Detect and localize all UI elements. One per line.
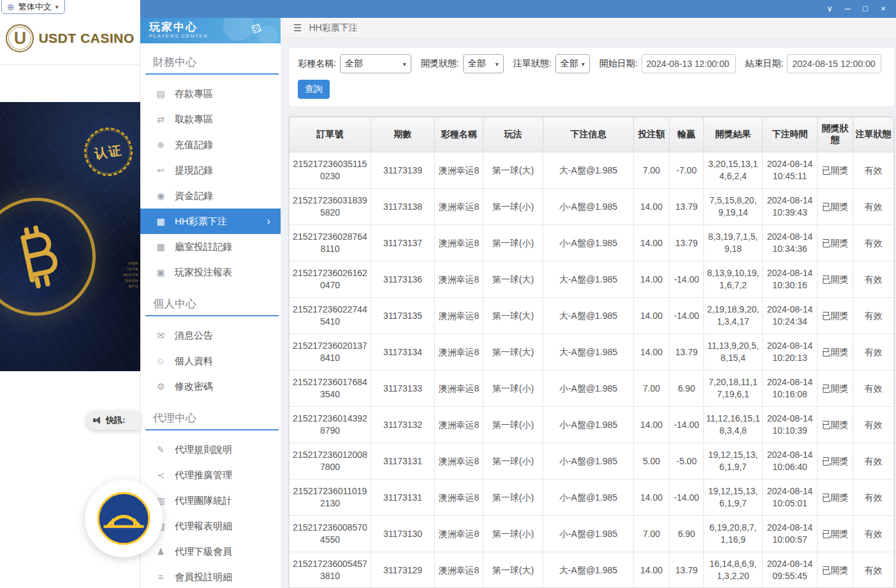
end-date-label: 結束日期: [745, 58, 784, 70]
window-menu-chevron-icon[interactable]: ∨ [821, 0, 839, 18]
cell-result: 11,13,9,20,5,8,15,4 [704, 334, 763, 371]
sidebar-item-member-bet-detail[interactable]: ≡會員投註明細 [140, 564, 281, 588]
sidebar-item-agent-sub-members[interactable]: ♟代理下級會員 [140, 539, 281, 564]
sidebar-item-label: 存款專區 [175, 88, 213, 100]
hero-ticker-word: MIOTA [123, 273, 138, 277]
cell-bet_time: 2024-08-14 10:30:16 [763, 261, 818, 298]
cell-period: 31173133 [371, 371, 435, 407]
cell-result: 7,5,15,8,20,9,19,14 [704, 189, 763, 225]
sidebar-item-withdraw-records[interactable]: ↩提現記錄 [140, 158, 281, 183]
usdt-logo-mark: U [6, 24, 34, 52]
divider [0, 64, 140, 65]
window-maximize-icon[interactable]: □ [856, 0, 874, 18]
cell-result: 2,19,18,9,20,1,3,4,17 [704, 298, 763, 334]
order-status-select[interactable]: 全部 ▾ [555, 54, 590, 73]
sidebar-item-recharge-records[interactable]: ⊕充值記錄 [140, 132, 281, 158]
cell-order_no: 2152172360227445410 [290, 298, 371, 334]
hero-ticker-word: BTC [123, 284, 138, 288]
table-row: 215217236008570455031173130澳洲幸运8第一球(小)小-… [290, 516, 894, 552]
cell-win_loss: 13.79 [670, 334, 704, 371]
sidebar-item-deposit-zone[interactable]: ▤存款專區 [140, 81, 281, 107]
cell-play: 第一球(小) [483, 225, 543, 261]
cell-play: 第一球(大) [483, 261, 543, 298]
bitcoin-hero-banner: 认证 XMRIOTAMIOTADASHBTC [0, 102, 140, 371]
cell-play: 第一球(大) [483, 552, 543, 588]
share-icon: ≺ [156, 470, 166, 480]
cell-bet_time: 2024-08-14 09:55:45 [763, 552, 818, 588]
start-date-label: 開始日期: [599, 58, 638, 70]
checklist-icon: ▩ [156, 242, 166, 252]
end-date-input[interactable] [787, 54, 881, 73]
sidebar-item-withdraw-zone[interactable]: ⇄取款專區 [140, 107, 281, 132]
order-status-label: 注單狀態: [513, 58, 552, 70]
language-label: 繁体中文 [18, 1, 52, 13]
sidebar-item-fund-records[interactable]: ◉資金記錄 [140, 183, 281, 209]
order-status-value: 全部 [561, 58, 578, 70]
speaker-icon [93, 416, 101, 424]
report-icon: ▣ [156, 267, 166, 277]
lottery-name-select[interactable]: 全部 ▾ [340, 54, 411, 73]
draw-status-select[interactable]: 全部 ▾ [463, 54, 504, 73]
sidebar-item-label: 代理報表明細 [175, 520, 232, 533]
cell-play: 第一球(小) [483, 443, 543, 480]
brand-name: USDT CASINO [38, 31, 134, 46]
sidebar-item-player-bet-report[interactable]: ▣玩家投注報表 [140, 260, 281, 285]
table-header-row: 訂單號期數彩種名稱玩法下注信息投注額輸贏開獎結果下注時間開獎狀態注單狀態 [290, 117, 894, 152]
cell-order_no: 2152172360143928790 [290, 407, 371, 443]
sidebar-item-profile[interactable]: ☺個人資料 [140, 348, 281, 374]
certified-badge: 认证 [81, 124, 136, 179]
cell-play: 第一球(小) [483, 480, 543, 516]
search-button[interactable]: 查詢 [298, 80, 330, 99]
sidebar-item-agent-rules[interactable]: ✎代理規則說明 [140, 437, 281, 462]
cell-draw_status: 已開獎 [818, 443, 853, 480]
sidebar-item-messages[interactable]: ✉消息公告 [140, 323, 281, 348]
card-icon: ▤ [156, 89, 166, 99]
window-close-icon[interactable]: × [874, 0, 892, 18]
cell-bet_time: 2024-08-14 10:39:43 [763, 189, 818, 225]
cell-result: 19,12,15,13,6,1,9,7 [704, 480, 763, 516]
cell-win_loss: 13.79 [670, 552, 704, 588]
cell-bet_info: 小-A盤@1.985 [543, 407, 634, 443]
window-minimize-icon[interactable]: ─ [839, 0, 856, 18]
news-ticker: 快訊: [86, 411, 140, 430]
bets-table-card: 訂單號期數彩種名稱玩法下注信息投注額輸贏開獎結果下注時間開獎狀態注單狀態 215… [288, 116, 895, 588]
language-selector[interactable]: ⊕ 繁体中文 ▾ [1, 0, 65, 14]
cell-draw_status: 已開獎 [818, 480, 853, 516]
recharge-icon: ⊕ [156, 140, 166, 150]
cell-order_no: 2152172360201378410 [290, 334, 371, 371]
table-row: 215217236014392879031173132澳洲幸运8第一球(小)小-… [290, 407, 894, 443]
sidebar-item-hh-lottery-bets[interactable]: ▦HH彩票下注› [140, 209, 281, 234]
start-date-input[interactable] [642, 54, 736, 73]
cell-lottery: 澳洲幸运8 [435, 152, 483, 189]
cell-bet_info: 小-A盤@1.985 [543, 225, 634, 261]
section-title: 財務中心 [153, 55, 281, 70]
cell-period: 31173137 [371, 225, 435, 261]
cell-order_no: 2152172360085704550 [290, 516, 371, 552]
chevron-down-icon: ▾ [403, 61, 406, 68]
sidebar-item-label: 個人資料 [175, 355, 213, 367]
cell-order_no: 2152172360176843540 [290, 371, 371, 407]
cell-bet_time: 2024-08-14 10:24:34 [763, 298, 818, 334]
cell-draw_status: 已開獎 [818, 407, 853, 443]
cell-amount: 14.00 [634, 225, 670, 261]
cell-order_status: 有效 [853, 334, 894, 371]
sidebar-item-label: HH彩票下注 [175, 216, 227, 228]
cell-lottery: 澳洲幸运8 [435, 552, 483, 588]
cell-bet_time: 2024-08-14 10:05:01 [763, 480, 818, 516]
sidebar-item-agent-promotion[interactable]: ≺代理推廣管理 [140, 462, 281, 488]
col-header-order_no: 訂單號 [290, 117, 371, 152]
cell-order_no: 2152172360054573810 [290, 552, 371, 588]
sidebar-item-change-password[interactable]: ⚙修改密碼 [140, 374, 281, 399]
cell-play: 第一球(大) [483, 334, 543, 371]
menu-toggle-icon[interactable]: ☰ [293, 22, 302, 34]
sidebar-item-label: 代理下級會員 [175, 546, 232, 558]
sidebar-item-room-bet-records[interactable]: ▩廳室投註記錄 [140, 234, 281, 260]
table-row: 215217236022744541031173135澳洲幸运8第一球(大)大-… [290, 298, 894, 334]
cell-bet_info: 大-A盤@1.985 [543, 334, 634, 371]
table-row: 215217236011019213031173131澳洲幸运8第一球(小)小-… [290, 480, 894, 516]
table-row: 215217236005457381031173129澳洲幸运8第一球(大)大-… [290, 552, 894, 588]
bet-detail-icon: ≡ [156, 572, 166, 582]
chevron-down-icon: ▾ [496, 61, 499, 68]
bridge-logo-icon [97, 492, 151, 545]
cell-period: 31173139 [371, 152, 435, 189]
